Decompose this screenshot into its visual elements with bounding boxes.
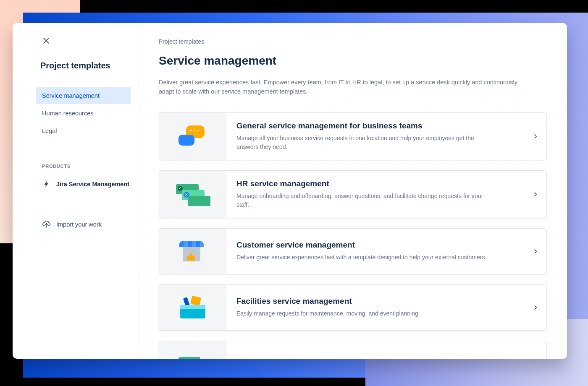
credit-cards-icon <box>176 351 210 359</box>
sidebar: Project templates Service management Hum… <box>13 23 139 359</box>
sidebar-title: Project templates <box>20 61 131 70</box>
chevron-right-icon <box>525 171 546 218</box>
template-card-customer[interactable]: Customer service management Deliver grea… <box>159 228 547 274</box>
toolbox-icon <box>176 295 210 320</box>
template-card-facilities[interactable]: Facilities service management Easily man… <box>159 284 547 331</box>
chat-bubbles-icon <box>176 124 210 149</box>
card-title: General service management for business … <box>236 121 514 130</box>
template-card-finance[interactable]: Finance service management <box>159 341 547 359</box>
sidebar-item-service-management[interactable]: Service management <box>36 87 131 104</box>
chevron-right-icon <box>525 229 546 274</box>
template-card-general[interactable]: General service management for business … <box>159 112 547 160</box>
product-label: Jira Service Management <box>56 181 129 188</box>
card-description: Deliver great service experiences fast w… <box>236 253 488 262</box>
storefront-icon <box>176 239 210 264</box>
chevron-right-icon <box>525 341 546 359</box>
close-icon <box>42 37 50 47</box>
products-section-label: PRODUCTS <box>20 164 131 169</box>
sidebar-nav: Service management Human reseources Lega… <box>20 87 131 139</box>
card-thumbnail <box>159 229 226 274</box>
page-title: Service management <box>159 54 547 68</box>
card-title: HR service management <box>236 179 514 188</box>
card-thumbnail <box>159 113 226 160</box>
card-thumbnail: ✕ <box>159 171 226 218</box>
card-description: Manage onboarding and offboarding, answe… <box>236 192 488 209</box>
template-list: General service management for business … <box>159 112 547 359</box>
card-body: Finance service management <box>226 341 525 359</box>
breadcrumb: Project templates <box>159 38 547 45</box>
close-button[interactable] <box>40 36 52 47</box>
main-panel: Project templates Service management Del… <box>139 23 567 359</box>
project-templates-modal: Project templates Service management Hum… <box>13 23 567 359</box>
card-thumbnail <box>159 341 226 359</box>
card-body: Facilities service management Easily man… <box>226 285 525 330</box>
card-description: Manage all your business service request… <box>236 134 488 151</box>
card-body: General service management for business … <box>226 113 525 160</box>
chevron-right-icon <box>525 285 546 330</box>
import-your-work[interactable]: Import your work <box>20 216 131 232</box>
cloud-upload-icon <box>42 220 51 229</box>
import-label: Import your work <box>56 221 102 228</box>
card-title: Customer service management <box>236 240 514 250</box>
kanban-cards-icon: ✕ <box>176 182 210 207</box>
jira-bolt-icon <box>42 180 51 189</box>
card-body: HR service management Manage onboarding … <box>226 171 525 218</box>
product-jira-service-management[interactable]: Jira Service Management <box>20 176 131 192</box>
card-thumbnail <box>159 285 226 330</box>
chevron-right-icon <box>525 113 546 160</box>
card-title: Facilities service management <box>236 297 514 306</box>
page-description: Deliver great service experiences fast. … <box>159 78 528 96</box>
sidebar-item-human-resources[interactable]: Human reseources <box>36 105 131 122</box>
template-card-hr[interactable]: ✕ HR service management Manage onboardin… <box>159 170 547 218</box>
card-description: Easily manage requests for maintenance, … <box>236 309 488 318</box>
card-body: Customer service management Deliver grea… <box>226 229 525 274</box>
sidebar-item-legal[interactable]: Legal <box>36 123 131 139</box>
card-title: Finance service management <box>236 357 514 359</box>
